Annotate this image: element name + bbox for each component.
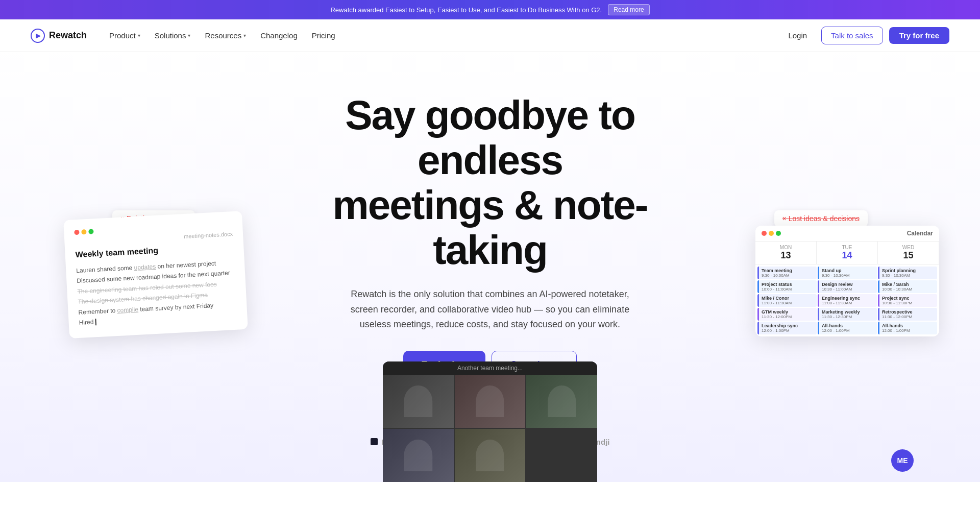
hero-section: Say goodbye to endless meetings & note-t…: [0, 52, 980, 482]
cal-event: All-hands12:00 - 1:00PM: [878, 322, 937, 334]
brand-logo-kandji: kandji: [576, 438, 609, 446]
brand-logo-vercel: Vercel: [470, 438, 504, 446]
strike-badge-lost-ideas: Lost ideas & decisions: [774, 210, 868, 227]
video-thumb-5: [455, 429, 526, 482]
strike-badge-horrible-notes: Horrible notes: [102, 236, 169, 252]
try-for-free-button[interactable]: Try for free: [889, 27, 949, 44]
logos-row: Brex Envoy Vercel Linear kandji: [10, 438, 970, 446]
avatar-bubble: ME: [891, 449, 914, 472]
hero-description: Rewatch is the only solution that combin…: [342, 287, 638, 332]
nav-links: Product ▾ Solutions ▾ Resources ▾ Change…: [103, 27, 341, 44]
calendar-dot-green: [776, 231, 781, 236]
notes-file-name: meeting-notes.docx: [75, 231, 233, 245]
calendar-col-2: Stand up9:30 - 10:30AM Design review10:3…: [818, 267, 877, 334]
hero-headline: Say goodbye to endless meetings & note-t…: [291, 93, 689, 273]
cal-event: Marketing weekly11:30 - 12:30PM: [818, 308, 877, 321]
cal-event: Project status10:00 - 11:00AM: [757, 280, 817, 293]
calendar-col-3: Sprint planning9:30 - 10:30AM Mike / Sar…: [878, 267, 937, 334]
cal-event: All-hands12:00 - 1:00PM: [818, 322, 877, 334]
calendar-days-header: MON 13 TUE 14 WED 15: [755, 242, 939, 264]
cal-day-wed: WED 15: [878, 242, 939, 264]
logo-text: Rewatch: [49, 30, 87, 41]
cal-event: Leadership sync12:00 - 1:00PM: [757, 322, 817, 334]
notes-card: meeting-notes.docx Weekly team meeting L…: [63, 211, 248, 339]
calendar-window-dots: [762, 231, 781, 236]
brand-logo-envoy: Envoy: [417, 438, 451, 446]
brand-logo-linear: Linear: [523, 438, 558, 446]
video-thumb-3: [526, 375, 597, 428]
cal-event: Project sync10:30 - 11:30PM: [878, 294, 937, 307]
nav-link-resources[interactable]: Resources ▾: [199, 27, 252, 44]
nav-link-pricing[interactable]: Pricing: [306, 27, 341, 44]
strike-badge-pointless-meetings: Pointless meetings: [112, 210, 195, 227]
calendar-col-1: Team meeting9:30 - 10:00AM Project statu…: [757, 267, 817, 334]
video-grid: Another team meeting...: [383, 361, 597, 482]
notes-title: Weekly team meeting: [75, 242, 234, 259]
window-dot-green: [88, 229, 94, 234]
announcement-cta[interactable]: Read more: [608, 4, 649, 15]
nav-item-product[interactable]: Product ▾: [103, 27, 146, 44]
calendar-dot-red: [762, 231, 767, 236]
chevron-down-icon: ▾: [188, 33, 190, 38]
logo[interactable]: ▶ Rewatch: [31, 29, 87, 43]
cal-day-tue: TUE 14: [817, 242, 878, 264]
brand-logo-brex: Brex: [371, 438, 399, 446]
svg-line-2: [523, 438, 528, 443]
cal-event: Engineering sync11:00 - 11:30AM: [818, 294, 877, 307]
announcement-bar: Rewatch awarded Easiest to Setup, Easies…: [0, 0, 980, 19]
cal-event: Retrospective11:30 - 12:00PM: [878, 308, 937, 321]
nav-item-resources[interactable]: Resources ▾: [199, 27, 252, 44]
strike-badge-fractured-tools: Fractured tools: [788, 236, 857, 252]
hero-get-demo-button[interactable]: Get a demo: [492, 351, 577, 378]
nav-link-solutions[interactable]: Solutions ▾: [149, 27, 197, 44]
svg-marker-0: [470, 438, 478, 445]
nav-right: Login Talk to sales Try for free: [780, 27, 949, 44]
nav-item-changelog[interactable]: Changelog: [254, 27, 304, 44]
window-dot-yellow: [81, 229, 87, 235]
calendar-card: Calendar MON 13 TUE 14 WED 15 Team meet: [755, 226, 939, 336]
calendar-header: Calendar: [755, 226, 939, 242]
nav-link-changelog[interactable]: Changelog: [254, 27, 304, 44]
cal-event: GTM weekly11:30 - 12:00PM: [757, 308, 817, 321]
window-dots: [74, 222, 232, 235]
chevron-down-icon: ▾: [138, 33, 140, 38]
cal-event: Mike / Sarah10:00 - 10:30AM: [878, 280, 937, 293]
hero-buttons: Try for free Get a demo: [10, 351, 970, 378]
nav-link-product[interactable]: Product ▾: [103, 27, 146, 44]
hero-try-for-free-button[interactable]: Try for free: [403, 351, 485, 378]
login-button[interactable]: Login: [780, 27, 815, 44]
calendar-dot-yellow: [769, 231, 774, 236]
nav-item-pricing[interactable]: Pricing: [306, 27, 341, 44]
talk-to-sales-button[interactable]: Talk to sales: [821, 27, 883, 44]
cal-event: Team meeting9:30 - 10:00AM: [757, 267, 817, 279]
cal-event: Stand up9:30 - 10:30AM: [818, 267, 877, 279]
cal-day-mon: MON 13: [755, 242, 817, 264]
calendar-events: Team meeting9:30 - 10:00AM Project statu…: [755, 264, 939, 336]
video-thumbnails: [383, 375, 597, 482]
video-thumb-2: [455, 375, 526, 428]
chevron-down-icon: ▾: [243, 33, 246, 38]
nav-item-solutions[interactable]: Solutions ▾: [149, 27, 197, 44]
cal-event: Design review10:30 - 11:00AM: [818, 280, 877, 293]
nav-left: ▶ Rewatch Product ▾ Solutions ▾ Resource…: [31, 27, 341, 44]
video-thumb-4: [383, 429, 454, 482]
cal-event: Mike / Conor11:00 - 11:30AM: [757, 294, 817, 307]
logo-icon: ▶: [31, 29, 45, 43]
announcement-text: Rewatch awarded Easiest to Setup, Easies…: [330, 6, 602, 14]
calendar-title: Calendar: [907, 230, 933, 237]
notes-content: Lauren shared some updates on her newest…: [76, 257, 237, 328]
window-dot-red: [74, 230, 80, 235]
video-thumb-1: [383, 375, 454, 428]
trusted-text: Trusted by the world's most productive b…: [342, 404, 638, 419]
navbar: ▶ Rewatch Product ▾ Solutions ▾ Resource…: [0, 19, 980, 52]
cal-event: Sprint planning9:30 - 10:30AM: [878, 267, 937, 279]
